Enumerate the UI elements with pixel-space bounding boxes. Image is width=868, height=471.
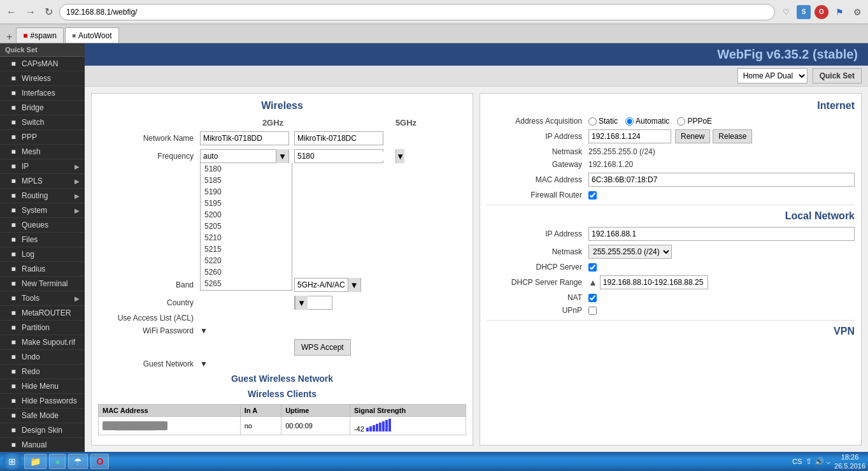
firewall-router-checkbox[interactable] [588,191,597,199]
quick-set-header[interactable]: Quick Set [0,43,85,57]
sidebar-item-undo[interactable]: ■ Undo [0,350,85,365]
freq-option-5180[interactable]: 5180 [201,163,292,175]
ext-icon3[interactable]: ⚑ [832,5,846,19]
sidebar-item-mesh[interactable]: ■ Mesh [0,145,85,159]
sidebar-item-radius[interactable]: ■ Radius [0,262,85,277]
bookmark-icon[interactable]: ♡ [779,5,793,19]
clock-date: 26.5.2016 [834,461,865,470]
sidebar-item-hide-menu[interactable]: ■ Hide Menu [0,379,85,394]
network-name-2ghz-input[interactable] [200,131,289,145]
wireless-panel-title: Wireless [98,100,466,112]
address-bar[interactable] [59,4,775,20]
sidebar-item-capsman[interactable]: ■ CAPsMAN [0,57,85,71]
sidebar-item-safe-mode[interactable]: ■ Safe Mode [0,409,85,423]
sidebar-item-make-supout[interactable]: ■ Make Supout.rif [0,335,85,350]
freq-option-5195[interactable]: 5195 [201,198,292,209]
sidebar-item-partition[interactable]: ■ Partition [0,321,85,335]
col-ina-header: In A [240,405,281,417]
sidebar-item-interfaces[interactable]: ■ Interfaces [0,86,85,101]
sidebar-item-files[interactable]: ■ Files [0,233,85,247]
freq-option-5185[interactable]: 5185 [201,175,292,186]
freq-option-5270[interactable]: 5270 [201,289,292,291]
internet-ip-input[interactable] [588,129,671,143]
sidebar-item-system[interactable]: ■ System ▶ [0,203,85,218]
sidebar-item-queues[interactable]: ■ Queues [0,218,85,233]
quick-set-select[interactable]: Home AP Dual [737,68,808,83]
freq-option-5210[interactable]: 5210 [201,232,292,243]
taskbar-chrome-btn[interactable]: ● [49,454,66,469]
country-row: Country ▼ [98,296,466,310]
taskbar-opera-btn[interactable]: O [90,454,109,469]
sidebar-item-routing[interactable]: ■ Routing ▶ [0,189,85,203]
freq-option-5200[interactable]: 5200 [201,209,292,221]
frequency-5ghz-dropdown-btn[interactable]: ▼ [395,149,404,163]
radio-automatic-input[interactable] [625,117,634,126]
dhcp-server-checkbox[interactable] [588,263,597,272]
nat-checkbox[interactable] [588,294,597,302]
sidebar-hide-passwords-label: Hide Passwords [22,396,77,405]
tab-spawn[interactable]: ■ #spawn [16,27,64,43]
ext-icon2[interactable]: O [815,5,829,19]
sidebar-item-new-terminal[interactable]: ■ New Terminal [0,277,85,291]
frequency-2ghz-input[interactable] [201,152,276,161]
sidebar-item-mpls[interactable]: ■ MPLS ▶ [0,174,85,189]
new-tab-button[interactable]: + [4,31,15,43]
country-dropdown-btn[interactable]: ▼ [295,296,308,310]
radio-pppoe-input[interactable] [677,117,685,126]
sidebar-item-ip[interactable]: ■ IP ▶ [0,159,85,174]
taskbar-explorer-btn[interactable]: 📁 [24,454,46,469]
freq-option-5205[interactable]: 5205 [201,221,292,232]
sidebar-item-switch[interactable]: ■ Switch [0,115,85,130]
sidebar-item-manual[interactable]: ■ Manual [0,438,85,452]
release-button[interactable]: Release [713,129,752,143]
dhcp-range-input[interactable] [600,275,708,289]
network-name-5ghz-input[interactable] [294,131,383,145]
start-button[interactable]: ⊞ [3,453,22,470]
frequency-2ghz-dropdown-btn[interactable]: ▼ [276,149,288,163]
band-dropdown-btn[interactable]: ▼ [348,278,360,292]
upnp-checkbox[interactable] [588,307,597,315]
radio-static-input[interactable] [588,117,597,126]
sidebar-item-hide-passwords[interactable]: ■ Hide Passwords [0,394,85,409]
radio-static[interactable]: Static [588,117,618,126]
tab-autowoot[interactable]: ■ AutoWoot [65,27,119,43]
freq-option-5260[interactable]: 5260 [201,266,292,278]
local-ip-input[interactable] [588,227,855,241]
freq-option-5215[interactable]: 5215 [201,243,292,255]
freq-option-5190[interactable]: 5190 [201,186,292,198]
radio-pppoe[interactable]: PPPoE [677,117,712,126]
interfaces-icon: ■ [9,89,18,98]
ext-icon1[interactable]: S [797,5,811,19]
local-netmask-select[interactable]: 255.255.255.0 (/24) [588,245,672,259]
back-button[interactable]: ← [4,5,19,19]
sidebar-item-tools[interactable]: ■ Tools ▶ [0,291,85,306]
quick-set-button[interactable]: Quick Set [813,68,862,83]
renew-button[interactable]: Renew [675,129,710,143]
sidebar-item-wireless[interactable]: ■ Wireless [0,71,85,86]
frequency-5ghz-input[interactable] [295,152,395,161]
radio-automatic[interactable]: Automatic [625,117,669,126]
refresh-button[interactable]: ↻ [42,4,55,19]
sidebar: Quick Set ■ CAPsMAN ■ Wireless ■ Interfa… [0,43,85,452]
ext-icon4[interactable]: ⚙ [850,5,864,19]
internet-mac-input[interactable] [588,173,855,187]
section-divider-2 [487,320,855,321]
sidebar-item-design-skin[interactable]: ■ Design Skin [0,423,85,438]
freq-option-5220[interactable]: 5220 [201,255,292,266]
freq-option-5265[interactable]: 5265 [201,278,292,289]
sidebar-item-ppp[interactable]: ■ PPP [0,130,85,145]
forward-button[interactable]: → [23,5,38,19]
sidebar-item-metarouter[interactable]: ■ MetaROUTER [0,306,85,321]
files-icon: ■ [9,235,18,244]
undo-icon: ■ [9,352,18,361]
sidebar-item-log[interactable]: ■ Log [0,247,85,262]
dhcp-range-toggle-btn[interactable]: ▲ [588,277,597,287]
wifi-password-arrow-icon: ▼ [200,326,208,335]
taskbar-steam-btn[interactable]: ☂ [68,454,88,469]
wps-row: WPS Accept [98,339,466,356]
sidebar-item-bridge[interactable]: ■ Bridge [0,101,85,115]
internet-netmask-label: Netmask [487,147,588,156]
tab-spawn-label: #spawn [31,31,57,40]
wps-accept-button[interactable]: WPS Accept [294,339,351,356]
sidebar-item-redo[interactable]: ■ Redo [0,365,85,379]
